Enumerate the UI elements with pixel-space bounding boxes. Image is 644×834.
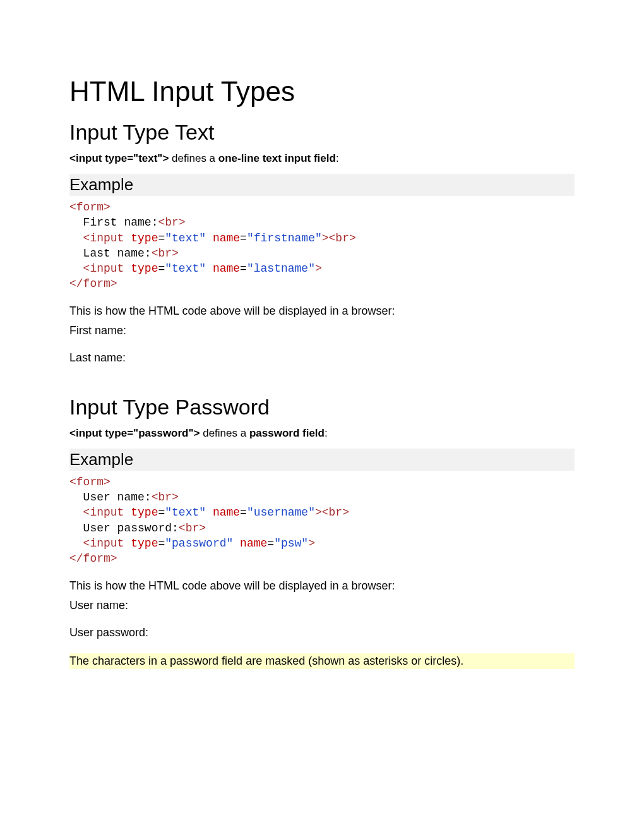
- section-heading-password: Input Type Password: [69, 395, 575, 420]
- demo-field-label: User password:: [69, 626, 575, 639]
- code-token: <br>: [152, 491, 179, 504]
- code-token: >: [308, 537, 315, 550]
- code-token: "text": [165, 506, 206, 519]
- code-token: "text": [165, 232, 206, 245]
- note-highlight: The characters in a password field are m…: [69, 653, 575, 669]
- inline-code: <input type="password">: [69, 427, 200, 439]
- code-token: <br>: [152, 247, 179, 260]
- code-token: <br>: [158, 216, 185, 229]
- section-heading-text: Input Type Text: [69, 120, 575, 145]
- code-token: >: [315, 262, 322, 275]
- code-token: [206, 506, 213, 519]
- render-intro: This is how the HTML code above will be …: [69, 579, 575, 593]
- code-token: "username": [247, 506, 315, 519]
- code-token: =: [158, 232, 165, 245]
- code-token: "firstname": [247, 232, 322, 245]
- definition-post: :: [325, 427, 328, 439]
- code-token: Last name:: [83, 247, 152, 260]
- code-token: <input: [83, 537, 124, 550]
- code-token: [206, 232, 213, 245]
- demo-field-label: First name:: [69, 324, 575, 337]
- code-token: type: [131, 262, 158, 275]
- demo-field-label: User name:: [69, 599, 575, 612]
- code-token: "text": [165, 262, 206, 275]
- code-token: name: [213, 262, 240, 275]
- code-token: <br>: [322, 506, 349, 519]
- code-token: =: [240, 262, 247, 275]
- example-heading: Example: [69, 174, 575, 196]
- code-token: =: [158, 262, 165, 275]
- example-heading: Example: [69, 449, 575, 471]
- definition-line: <input type="password"> defines a passwo…: [69, 427, 575, 440]
- code-token: "password": [165, 537, 233, 550]
- code-block: <form> First name:<br> <input type="text…: [69, 200, 575, 292]
- inline-code: <input type="text">: [69, 152, 169, 164]
- code-token: "lastname": [247, 262, 315, 275]
- code-token: <input: [83, 262, 124, 275]
- definition-mid: defines a: [169, 152, 218, 164]
- code-token: </form>: [69, 552, 117, 565]
- code-token: [124, 262, 131, 275]
- code-token: [124, 537, 131, 550]
- code-token: name: [213, 232, 240, 245]
- code-token: =: [158, 506, 165, 519]
- code-token: name: [240, 537, 267, 550]
- definition-bold: one-line text input field: [218, 152, 336, 164]
- code-token: =: [240, 232, 247, 245]
- code-token: name: [213, 506, 240, 519]
- code-token: type: [131, 232, 158, 245]
- code-token: "psw": [274, 537, 308, 550]
- code-token: <br>: [329, 232, 356, 245]
- code-token: type: [131, 506, 158, 519]
- code-token: User password:: [83, 522, 179, 535]
- render-intro: This is how the HTML code above will be …: [69, 305, 575, 318]
- definition-post: :: [336, 152, 339, 164]
- code-block: <form> User name:<br> <input type="text"…: [69, 474, 575, 567]
- code-token: <form>: [69, 476, 110, 488]
- code-token: >: [322, 232, 329, 245]
- definition-mid: defines a: [200, 427, 249, 439]
- code-token: >: [315, 506, 322, 519]
- demo-field-label: Last name:: [69, 351, 575, 365]
- code-token: [206, 262, 213, 275]
- code-token: type: [131, 537, 158, 550]
- code-token: [124, 506, 131, 519]
- code-token: First name:: [83, 216, 158, 229]
- code-token: =: [240, 506, 247, 519]
- code-token: =: [158, 537, 165, 550]
- code-token: <form>: [69, 201, 110, 214]
- code-token: =: [267, 537, 274, 550]
- code-token: <input: [83, 232, 124, 245]
- definition-bold: password field: [249, 427, 325, 439]
- code-token: [233, 537, 240, 550]
- code-token: <br>: [179, 522, 206, 535]
- page-title: HTML Input Types: [69, 76, 575, 107]
- code-token: [124, 232, 131, 245]
- code-token: User name:: [83, 491, 152, 504]
- code-token: </form>: [69, 277, 117, 290]
- code-token: <input: [83, 506, 124, 519]
- definition-line: <input type="text"> defines a one-line t…: [69, 152, 575, 165]
